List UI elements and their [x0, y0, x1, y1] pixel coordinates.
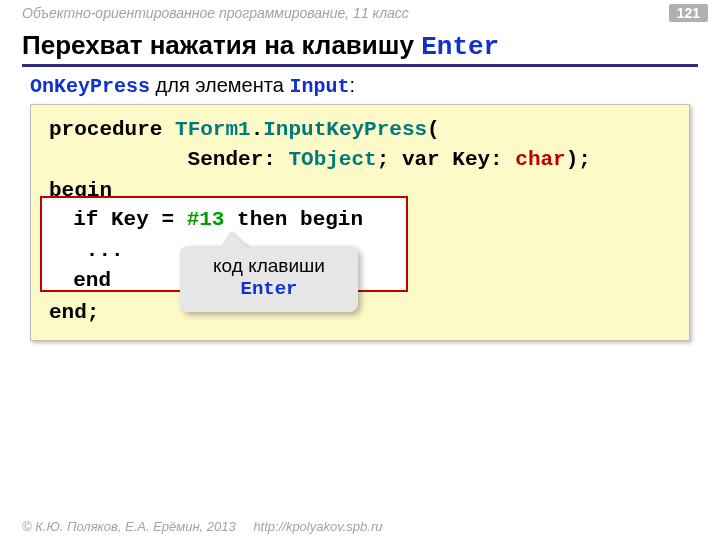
footer-url: http://kpolyakov.spb.ru — [253, 519, 382, 534]
footer: © К.Ю. Поляков, Е.А. Ерёмин, 2013 http:/… — [22, 519, 382, 534]
callout-bubble: код клавиши Enter — [180, 246, 358, 312]
page-number: 121 — [669, 4, 708, 22]
footer-copyright: © К.Ю. Поляков, Е.А. Ерёмин, 2013 — [22, 519, 236, 534]
tok: Sender: — [49, 148, 288, 171]
tok: ; var Key: — [377, 148, 516, 171]
tok: TObject — [288, 148, 376, 171]
tok: char — [515, 148, 565, 171]
callout-enter: Enter — [190, 278, 348, 302]
title-text: Перехват нажатия на клавишу — [22, 30, 421, 60]
code-line-1: procedure TForm1.InputKeyPress( — [49, 115, 671, 145]
slide-title: Перехват нажатия на клавишу Enter — [22, 30, 698, 67]
subtitle-tail: : — [349, 74, 355, 96]
tok: procedure — [49, 118, 175, 141]
subtitle-input: Input — [289, 75, 349, 98]
callout-text: код клавиши — [190, 254, 348, 278]
tok: InputKeyPress — [263, 118, 427, 141]
code-line-2: Sender: TObject; var Key: char); — [49, 145, 671, 175]
code-line-7: end; — [49, 298, 671, 328]
subtitle-onkeypress: OnKeyPress — [30, 75, 150, 98]
tok: ); — [566, 148, 591, 171]
header-bar: Объектно-ориентированное программировани… — [0, 0, 720, 26]
course-title: Объектно-ориентированное программировани… — [22, 5, 669, 21]
subtitle-mid: для элемента — [150, 74, 289, 96]
tok: ( — [427, 118, 440, 141]
title-enter: Enter — [421, 32, 499, 62]
subtitle: OnKeyPress для элемента Input: — [30, 74, 355, 98]
tok: TForm1 — [175, 118, 251, 141]
tok: . — [251, 118, 264, 141]
